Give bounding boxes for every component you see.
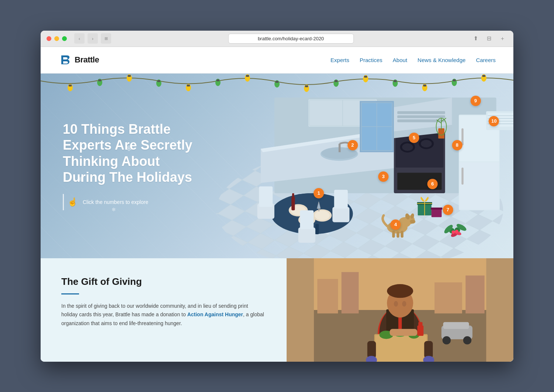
svg-rect-143 (417, 325, 423, 336)
svg-rect-59 (397, 115, 445, 118)
svg-point-136 (402, 301, 406, 306)
svg-rect-96 (397, 231, 399, 238)
svg-rect-142 (390, 329, 417, 336)
number-bubble-3[interactable]: 3 (378, 171, 389, 182)
logo[interactable]: Brattle (58, 53, 99, 67)
number-bubble-7[interactable]: 7 (443, 205, 453, 215)
number-bubble-5[interactable]: 5 (409, 133, 419, 143)
minimize-button[interactable] (54, 36, 59, 41)
cta-bar (63, 194, 64, 210)
svg-rect-84 (259, 186, 273, 207)
svg-rect-146 (424, 341, 432, 358)
back-button[interactable]: ‹ (74, 33, 85, 44)
hero-cta: ☝ Click the numbers to explore (63, 194, 196, 210)
giving-title: The Gift of Giving (61, 276, 266, 287)
tab-grid-button[interactable]: ⊞ (101, 33, 111, 44)
svg-rect-73 (315, 224, 319, 234)
address-bar: brattle.com/holiday-ecard-2020 (114, 34, 468, 44)
svg-rect-40 (459, 162, 499, 209)
number-bubble-1[interactable]: 1 (314, 188, 324, 198)
website-content: Brattle Experts Practices About News & K… (41, 47, 513, 362)
giving-divider (61, 293, 79, 294)
svg-rect-144 (418, 322, 422, 326)
url-input[interactable]: brattle.com/holiday-ecard-2020 (228, 34, 354, 44)
svg-point-51 (402, 143, 413, 150)
browser-nav: ‹ › ⊞ (74, 33, 111, 44)
close-button[interactable] (47, 36, 51, 41)
number-bubble-4[interactable]: 4 (390, 219, 401, 230)
giving-text-panel: The Gift of Giving In the spirit of givi… (41, 258, 287, 362)
svg-point-127 (463, 336, 471, 344)
svg-rect-88 (334, 190, 348, 208)
svg-point-53 (421, 140, 432, 147)
share-button[interactable]: ⬆ (471, 33, 481, 44)
svg-point-135 (394, 301, 398, 306)
giving-image-panel (287, 258, 513, 362)
hero-section: ❄ ❄ ❄ ❄ 10 Things Brattle Experts Are Se… (41, 74, 513, 258)
svg-rect-102 (431, 208, 442, 217)
svg-point-115 (455, 229, 458, 233)
svg-rect-95 (392, 231, 395, 237)
nav-careers[interactable]: Careers (476, 57, 496, 63)
logo-text: Brattle (75, 55, 99, 65)
forward-button[interactable]: › (88, 33, 98, 44)
svg-point-92 (410, 219, 416, 224)
svg-rect-138 (375, 335, 427, 362)
svg-rect-42 (461, 167, 464, 184)
svg-point-114 (452, 230, 455, 234)
number-bubble-9[interactable]: 9 (471, 96, 481, 106)
svg-rect-120 (317, 279, 338, 313)
svg-rect-122 (434, 282, 462, 313)
hero-title: 10 Things Brattle Experts Are Secretly T… (63, 121, 196, 185)
number-bubble-8[interactable]: 8 (452, 140, 462, 150)
svg-point-77 (315, 211, 330, 220)
nav-about[interactable]: About (393, 57, 407, 63)
browser-actions: ⬆ ⊟ ＋ (471, 33, 507, 44)
hero-content: 10 Things Brattle Experts Are Secretly T… (41, 99, 218, 232)
svg-rect-97 (401, 231, 403, 237)
tab-overview-button[interactable]: ⊟ (484, 33, 494, 44)
nav-experts[interactable]: Experts (331, 57, 349, 63)
giving-body: In the spirit of giving back to our worl… (61, 302, 266, 328)
maximize-button[interactable] (62, 36, 67, 41)
svg-rect-121 (341, 272, 359, 313)
number-bubble-2[interactable]: 2 (348, 140, 358, 150)
cta-text: Click the numbers to explore (83, 199, 148, 205)
svg-point-134 (387, 284, 413, 298)
svg-rect-80 (291, 197, 295, 210)
kitchen-illustration: 1 2 3 4 5 6 7 8 9 10 (206, 74, 513, 258)
logo-icon (58, 53, 72, 67)
svg-point-126 (442, 336, 451, 344)
svg-rect-82 (318, 208, 319, 211)
delivery-illustration (287, 258, 513, 362)
number-bubble-6[interactable]: 6 (427, 179, 438, 189)
giving-section: The Gift of Giving In the spirit of givi… (41, 258, 513, 362)
svg-rect-145 (367, 341, 376, 358)
browser-titlebar: ‹ › ⊞ brattle.com/holiday-ecard-2020 ⬆ ⊟… (41, 31, 513, 47)
svg-rect-85 (298, 227, 315, 243)
number-bubble-10[interactable]: 10 (489, 116, 499, 126)
nav-news[interactable]: News & Knowledge (418, 57, 466, 63)
kitchen-svg (206, 74, 513, 258)
giving-action-link[interactable]: Action Against Hunger (187, 311, 243, 317)
site-nav: Experts Practices About News & Knowledge… (331, 57, 496, 63)
nav-practices[interactable]: Practices (360, 57, 383, 63)
svg-rect-81 (292, 193, 294, 197)
cursor-icon: ☝ (68, 197, 78, 207)
svg-rect-86 (300, 210, 314, 229)
site-header: Brattle Experts Practices About News & K… (41, 47, 513, 74)
svg-rect-103 (431, 207, 442, 209)
new-tab-button[interactable]: ＋ (497, 33, 507, 44)
svg-rect-123 (465, 275, 484, 313)
svg-rect-87 (332, 207, 349, 222)
browser-window: ‹ › ⊞ brattle.com/holiday-ecard-2020 ⬆ ⊟… (41, 31, 513, 362)
svg-rect-58 (397, 111, 445, 114)
svg-rect-125 (443, 322, 469, 329)
svg-rect-47 (339, 143, 341, 152)
